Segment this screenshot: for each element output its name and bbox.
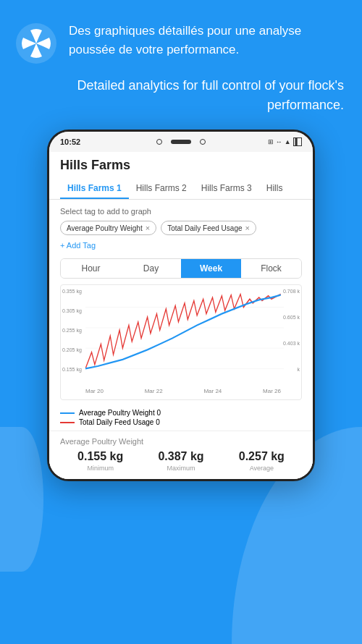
stat-avg-value: 0.257 kg [222,450,302,463]
stat-maximum: 0.387 kg Maximum [140,450,221,472]
x-label-mar22: Mar 22 [145,388,163,394]
chart-legend: Average Poultry Weight 0 Total Daily Fee… [49,406,313,431]
stat-avg-label: Average [222,465,302,472]
status-icons: ⊞ ↔ ▲ ▌ [268,137,302,146]
tag-feed-close[interactable]: × [245,224,250,232]
tag-weight-close[interactable]: × [146,224,150,232]
y-label-355: 0.355 kg [62,289,82,294]
stat-average: 0.257 kg Average [222,450,302,472]
y-label-r-605: 0.605 k [283,315,300,320]
cast-icon: ⊞ [268,138,274,145]
chart-area: 0.355 kg 0.305 kg 0.255 kg 0.205 kg 0.15… [60,284,302,400]
wifi-icon: ↔ [276,138,282,145]
phone-wrapper: 10:52 ⊞ ↔ ▲ ▌ Hills Farms Hills Farms 1 … [0,130,362,481]
tag-chip-feed[interactable]: Total Daily Feed Usage × [161,221,256,235]
period-tab-hour[interactable]: Hour [61,259,121,278]
tag-feed-label: Total Daily Feed Usage [167,224,242,232]
header-french-text: Des graphiques détaillés pour une analys… [69,22,348,59]
x-label-mar24: Mar 24 [203,388,222,394]
y-label-r-empty: k [283,367,300,372]
x-label-mar20: Mar 20 [85,388,104,394]
legend-weight: Average Poultry Weight 0 [60,409,302,417]
period-tab-bar: Hour Day Week Flock [60,258,302,279]
phone-content: Hills Farms Hills Farms 1 Hills Farms 2 … [49,152,313,479]
phone-frame: 10:52 ⊞ ↔ ▲ ▌ Hills Farms Hills Farms 1 … [47,130,315,481]
x-axis-labels: Mar 20 Mar 22 Mar 24 Mar 26 [65,388,297,394]
phone-notch [156,139,206,145]
legend-line-blue [60,412,75,414]
legend-feed: Total Daily Feed Usage 0 [60,418,302,426]
stat-minimum: 0.155 kg Minimum [60,450,140,472]
sensor-icon [200,139,206,145]
farm-tab-2[interactable]: Hills Farms 2 [129,179,194,199]
chart-svg [85,291,284,385]
stats-section: Average Poultry Weight 0.155 kg Minimum … [49,431,313,479]
status-time: 10:52 [60,137,80,146]
tag-weight-label: Average Poultry Weight [67,224,143,232]
stat-min-value: 0.155 kg [60,450,140,463]
y-label-255: 0.255 kg [62,328,82,333]
farms-tab-bar: Hills Farms 1 Hills Farms 2 Hills Farms … [60,179,302,199]
legend-weight-label: Average Poultry Weight 0 [79,409,161,417]
stat-max-label: Maximum [140,465,221,472]
camera-icon [156,139,162,145]
y-label-155: 0.155 kg [62,367,82,372]
app-logo [14,22,58,65]
legend-line-red [60,422,75,423]
tags-row: Average Poultry Weight × Total Daily Fee… [60,221,302,235]
status-bar: 10:52 ⊞ ↔ ▲ ▌ [49,132,313,152]
y-label-r-403: 0.403 k [283,341,300,346]
add-tag-button[interactable]: + Add Tag [60,240,302,251]
y-label-r-708: 0.708 k [283,289,300,294]
y-axis-left: 0.355 kg 0.305 kg 0.255 kg 0.205 kg 0.15… [62,289,82,372]
speaker-icon [171,140,191,144]
app-header: Hills Farms Hills Farms 1 Hills Farms 2 … [49,152,313,200]
stats-row: 0.155 kg Minimum 0.387 kg Maximum 0.257 … [60,450,302,472]
x-label-mar26: Mar 26 [263,388,281,394]
farm-tab-3[interactable]: Hills Farms 3 [194,179,259,199]
period-tab-day[interactable]: Day [121,259,181,278]
period-tab-week[interactable]: Week [181,259,241,278]
battery-icon: ▌ [293,137,302,146]
farm-tab-4[interactable]: Hills [259,179,290,199]
y-axis-right: 0.708 k 0.605 k 0.403 k k [283,289,300,372]
tag-section: Select tag to add to graph Average Poult… [49,200,313,255]
legend-feed-label: Total Daily Feed Usage 0 [79,418,160,426]
y-label-305: 0.305 kg [62,308,82,313]
y-label-205: 0.205 kg [62,347,82,352]
tag-chip-weight[interactable]: Average Poultry Weight × [60,221,156,235]
stat-max-value: 0.387 kg [140,450,221,463]
tag-select-label: Select tag to add to graph [60,207,302,216]
signal-icon: ▲ [285,138,291,145]
header-area: Des graphiques détaillés pour une analys… [0,0,362,72]
stat-min-label: Minimum [60,465,140,472]
app-title: Hills Farms [60,158,302,179]
header-english-text: Detailed analytics for full control of y… [0,72,362,126]
stats-title: Average Poultry Weight [60,437,302,446]
farm-tab-1[interactable]: Hills Farms 1 [60,179,129,199]
period-tab-flock[interactable]: Flock [241,259,301,278]
